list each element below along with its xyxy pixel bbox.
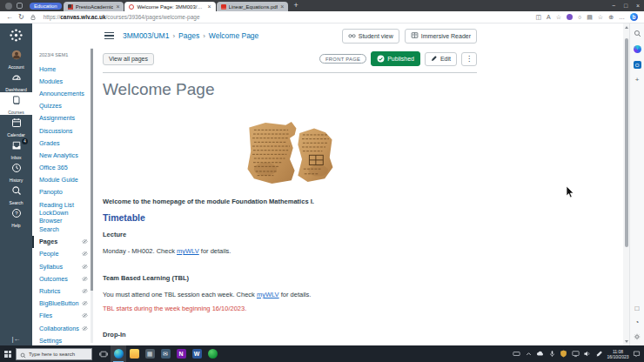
view-all-pages-button[interactable]: View all pages [103, 53, 154, 65]
tab-linear-equations-pdf[interactable]: Linear_Equations.pdf× [217, 2, 289, 11]
new-tab-button[interactable]: + [293, 0, 298, 11]
microphone-icon[interactable] [548, 350, 556, 358]
scroll-down-icon[interactable] [625, 340, 628, 343]
outlook-icon[interactable]: O [634, 61, 641, 69]
breadcrumb-pages[interactable]: Pages [178, 31, 199, 40]
course-nav-panopto[interactable]: Panopto [32, 186, 94, 198]
taskbar-app-mail[interactable]: ✉ [158, 345, 173, 362]
taskbar-clock[interactable]: 11:08 16/10/2023 [607, 349, 628, 359]
global-nav-search[interactable]: Search [0, 183, 32, 205]
taskbar-app-file-explorer[interactable] [126, 345, 142, 362]
browser-profile-icon[interactable] [5, 3, 12, 10]
bing-chat-icon[interactable]: b [630, 13, 638, 21]
tab-close-icon[interactable]: × [207, 3, 211, 10]
collections-icon[interactable]: ▤ [587, 14, 593, 20]
scrollbar-thumb[interactable] [625, 38, 628, 247]
workspaces-icon[interactable]: □ [635, 305, 640, 312]
global-nav-account[interactable]: Account [0, 47, 32, 70]
settings-icon[interactable] [634, 333, 641, 340]
volume-icon[interactable] [583, 350, 591, 358]
global-nav-help[interactable]: ?Help [0, 205, 32, 228]
close-button[interactable]: × [632, 0, 644, 11]
security-icon[interactable] [560, 350, 567, 358]
course-nav-office-365[interactable]: Office 365 [32, 162, 94, 174]
course-nav-search[interactable]: Search [32, 223, 94, 235]
course-nav-grades[interactable]: Grades [32, 137, 94, 149]
minimize-button[interactable]: − [607, 0, 620, 11]
course-nav-home[interactable]: Home [32, 63, 94, 75]
course-nav-rubrics[interactable]: Rubrics [32, 285, 94, 297]
taskbar-app-word[interactable]: W [189, 345, 205, 362]
course-nav-bigbluebutton[interactable]: BigBlueButton [32, 298, 94, 310]
taskbar-search[interactable] [16, 348, 92, 360]
course-nav-modules[interactable]: Modules [32, 75, 94, 87]
tab-group-education[interactable]: Education [30, 3, 62, 10]
breadcrumb-course[interactable]: 3MM003/UM1 [123, 31, 169, 40]
notifications-icon[interactable] [633, 350, 641, 358]
taskbar-search-input[interactable] [29, 352, 88, 357]
published-button[interactable]: Published [371, 51, 420, 66]
add-favorite-icon[interactable]: ☆ [598, 14, 603, 20]
immersive-reader-button[interactable]: Immersive Reader [405, 29, 477, 44]
web-capture-icon[interactable]: ⊕ [608, 14, 614, 20]
read-aloud-icon[interactable]: A [547, 14, 551, 20]
url-text[interactable]: https://canvas.wlv.ac.uk/courses/39364/p… [44, 14, 200, 20]
global-nav-dashboard[interactable]: Dashboard [0, 70, 32, 92]
course-nav-scrollbar[interactable] [91, 48, 93, 343]
page-options-kebab-icon[interactable]: ⋮ [461, 52, 477, 66]
global-nav-courses[interactable]: Courses [0, 92, 32, 115]
collapse-global-nav-icon[interactable]: |← [0, 335, 32, 343]
course-nav-syllabus[interactable]: Syllabus [32, 260, 94, 272]
split-screen-icon[interactable]: ◫ [535, 14, 541, 20]
refresh-icon[interactable]: ↻ [18, 14, 24, 21]
touch-keyboard-icon[interactable] [513, 350, 520, 358]
tab-close-icon[interactable]: × [116, 3, 119, 10]
taskbar-app-photos[interactable]: ▦ [142, 345, 158, 362]
taskbar-app-antivirus[interactable] [205, 345, 220, 362]
course-nav-new-analytics[interactable]: New Analytics [32, 149, 94, 161]
add-icon[interactable]: + [635, 77, 640, 84]
sync-icon[interactable]: ○ [578, 14, 581, 20]
course-nav-people[interactable]: People [32, 248, 94, 260]
maximize-button[interactable]: □ [620, 0, 632, 11]
history-icon[interactable]: ◔ [635, 319, 640, 326]
mywlv-link[interactable]: myWLV [257, 291, 279, 298]
favorites-icon[interactable]: ☆ [556, 14, 561, 20]
workspaces-icon[interactable] [17, 3, 23, 9]
course-nav-lockdown-browser[interactable]: LockDown Browser [32, 211, 94, 223]
course-nav-discussions[interactable]: Discussions [32, 124, 94, 137]
extension-icon[interactable] [567, 14, 573, 20]
back-icon[interactable]: ← [6, 14, 13, 21]
start-button[interactable] [0, 345, 16, 362]
display-icon[interactable] [572, 350, 580, 358]
copilot-icon[interactable] [634, 45, 641, 53]
onedrive-icon[interactable] [536, 350, 544, 358]
course-nav-announcements[interactable]: Announcements [32, 87, 94, 99]
global-nav-calendar[interactable]: Calendar [0, 115, 32, 137]
course-nav-module-guide[interactable]: Module Guide [32, 174, 94, 186]
course-nav-pages[interactable]: Pages [32, 236, 94, 248]
taskbar-app-edge[interactable] [111, 345, 126, 362]
tab-welcome-page-3mm003-um1[interactable]: Welcome Page: 3MM003/UM1× [124, 2, 215, 11]
course-nav-files[interactable]: Files [32, 310, 94, 322]
task-view-icon[interactable] [96, 345, 111, 362]
global-nav-inbox[interactable]: Inbox4 [0, 137, 32, 160]
mywlv-link[interactable]: myWLV [177, 247, 199, 255]
show-hidden-icon[interactable] [525, 350, 533, 358]
tab-prestoacademic[interactable]: PrestoAcademic× [64, 2, 124, 11]
more-icon[interactable]: … [619, 14, 625, 20]
pen-icon[interactable] [595, 350, 603, 358]
global-nav-history[interactable]: History [0, 160, 32, 183]
hamburger-menu-icon[interactable] [104, 32, 114, 40]
taskbar-app-onenote[interactable]: N [173, 345, 189, 362]
page-scrollbar[interactable] [623, 23, 629, 345]
course-nav-assignments[interactable]: Assignments [32, 112, 94, 124]
edit-button[interactable]: Edit [425, 52, 457, 66]
tab-close-icon[interactable]: × [280, 3, 284, 10]
search-icon[interactable] [634, 30, 641, 37]
course-nav-outcomes[interactable]: Outcomes [32, 272, 94, 285]
course-nav-quizzes[interactable]: Quizzes [32, 100, 94, 112]
canvas-logo[interactable] [0, 23, 32, 47]
scroll-up-icon[interactable] [625, 26, 628, 29]
course-nav-collaborations[interactable]: Collaborations [32, 322, 94, 334]
